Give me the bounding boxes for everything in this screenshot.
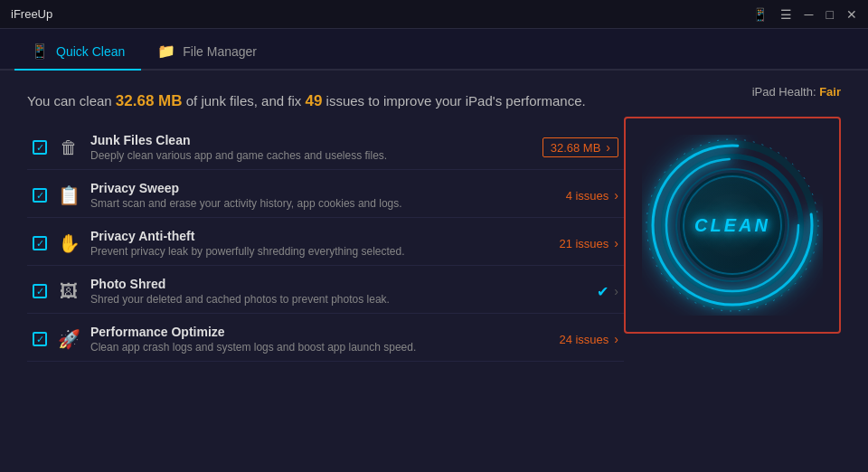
photo-shred-checkbox[interactable]: ✓ — [33, 284, 47, 298]
file-manager-tab-icon: 📁 — [157, 42, 175, 60]
photo-shred-title: Photo Shred — [90, 277, 586, 291]
main-content: iPad Health: Fair You can clean 32.68 MB… — [0, 71, 868, 472]
summary-middle: of junk files, and fix — [183, 93, 306, 109]
check-mark: ✓ — [36, 191, 44, 201]
summary-prefix: You can clean — [27, 93, 116, 109]
summary-issues: 49 — [305, 92, 322, 109]
window-controls: 📱 ☰ ─ □ ✕ — [752, 7, 857, 22]
antitheft-checkbox[interactable]: ✓ — [33, 236, 47, 250]
privacy-sweep-checkbox[interactable]: ✓ — [33, 188, 47, 203]
photo-shred-desc: Shred your deleted and cached photos to … — [90, 293, 586, 306]
antitheft-text: Privacy Anti-theft Prevent privacy leak … — [90, 229, 548, 258]
junk-files-title: Junk Files Clean — [90, 133, 532, 147]
tab-quick-clean[interactable]: 📱 Quick Clean — [14, 33, 141, 71]
tab-file-manager[interactable]: 📁 File Manager — [141, 33, 273, 71]
tab-bar: 📱 Quick Clean 📁 File Manager — [0, 29, 868, 71]
antitheft-icon: ✋ — [58, 232, 80, 254]
privacy-sweep-text: Privacy Sweep Smart scan and erase your … — [90, 181, 555, 210]
performance-icon: 🚀 — [58, 328, 80, 350]
photo-shred-checkmark: ✔ — [597, 283, 609, 300]
title-bar: iFreeUp 📱 ☰ ─ □ ✕ — [0, 0, 868, 29]
performance-badge[interactable]: 24 issues › — [559, 332, 618, 346]
performance-desc: Clean app crash logs and system logs and… — [90, 341, 548, 354]
quick-clean-tab-icon: 📱 — [31, 42, 49, 60]
maximize-button[interactable]: □ — [826, 7, 834, 22]
privacy-sweep-badge-label: 4 issues — [566, 189, 609, 203]
privacy-sweep-arrow: › — [614, 188, 618, 203]
menu-icon[interactable]: ☰ — [780, 7, 792, 22]
check-mark: ✓ — [36, 143, 44, 153]
privacy-sweep-desc: Smart scan and erase your activity histo… — [90, 197, 555, 210]
antitheft-arrow: › — [614, 236, 618, 250]
junk-files-desc: Deeply clean various app and game caches… — [90, 149, 532, 162]
minimize-button[interactable]: ─ — [805, 7, 814, 22]
performance-checkbox[interactable]: ✓ — [33, 332, 47, 346]
summary-suffix: issues to improve your iPad's performanc… — [322, 93, 585, 109]
privacy-sweep-badge[interactable]: 4 issues › — [566, 188, 618, 203]
check-mark: ✓ — [36, 335, 44, 345]
clean-button-wrap: CLEAN — [642, 135, 823, 316]
content-area: ✓ 🗑 Junk Files Clean Deeply clean variou… — [27, 126, 841, 454]
list-item: ✓ 🖼 Photo Shred Shred your deleted and c… — [27, 269, 624, 314]
file-manager-tab-label: File Manager — [183, 44, 257, 59]
junk-files-checkbox[interactable]: ✓ — [33, 140, 47, 155]
list-item: ✓ 🗑 Junk Files Clean Deeply clean variou… — [27, 126, 624, 170]
privacy-sweep-icon: 📋 — [58, 184, 80, 206]
photo-shred-text: Photo Shred Shred your deleted and cache… — [90, 277, 586, 306]
antitheft-title: Privacy Anti-theft — [90, 229, 548, 243]
performance-title: Performance Optimize — [90, 325, 548, 339]
performance-badge-label: 24 issues — [559, 333, 609, 346]
app-title: iFreeUp — [11, 7, 52, 21]
ipad-health-status: Fair — [819, 85, 841, 99]
performance-arrow: › — [614, 332, 618, 346]
junk-files-arrow: › — [606, 140, 610, 155]
junk-files-icon: 🗑 — [58, 137, 80, 158]
tablet-icon[interactable]: 📱 — [752, 7, 768, 22]
antitheft-badge[interactable]: 21 issues › — [559, 236, 618, 250]
quick-clean-tab-label: Quick Clean — [56, 44, 125, 59]
performance-text: Performance Optimize Clean app crash log… — [90, 325, 548, 354]
check-mark: ✓ — [36, 239, 44, 249]
summary-mb: 32.68 MB — [116, 92, 183, 109]
junk-files-text: Junk Files Clean Deeply clean various ap… — [90, 133, 532, 162]
check-mark: ✓ — [36, 287, 44, 297]
photo-shred-icon: 🖼 — [58, 281, 80, 302]
clean-button[interactable]: CLEAN — [683, 175, 782, 275]
item-list: ✓ 🗑 Junk Files Clean Deeply clean variou… — [27, 126, 624, 454]
summary-text: You can clean 32.68 MB of junk files, an… — [27, 89, 588, 113]
antitheft-desc: Prevent privacy leak by powerfully shred… — [90, 245, 548, 258]
junk-files-badge[interactable]: 32.68 MB › — [542, 137, 618, 157]
close-button[interactable]: ✕ — [846, 7, 857, 22]
ipad-health-label: iPad Health: — [752, 85, 816, 99]
junk-files-badge-label: 32.68 MB — [551, 141, 601, 155]
clean-button-label: CLEAN — [694, 215, 770, 236]
ipad-health: iPad Health: Fair — [752, 85, 841, 99]
privacy-sweep-title: Privacy Sweep — [90, 181, 555, 195]
list-item: ✓ 📋 Privacy Sweep Smart scan and erase y… — [27, 174, 624, 218]
antitheft-badge-label: 21 issues — [559, 237, 609, 250]
list-item: ✓ 🚀 Performance Optimize Clean app crash… — [27, 317, 624, 362]
clean-button-area: CLEAN — [624, 117, 841, 334]
photo-shred-arrow: › — [614, 284, 618, 298]
photo-shred-badge[interactable]: ✔ › — [597, 283, 618, 300]
list-item: ✓ ✋ Privacy Anti-theft Prevent privacy l… — [27, 222, 624, 266]
